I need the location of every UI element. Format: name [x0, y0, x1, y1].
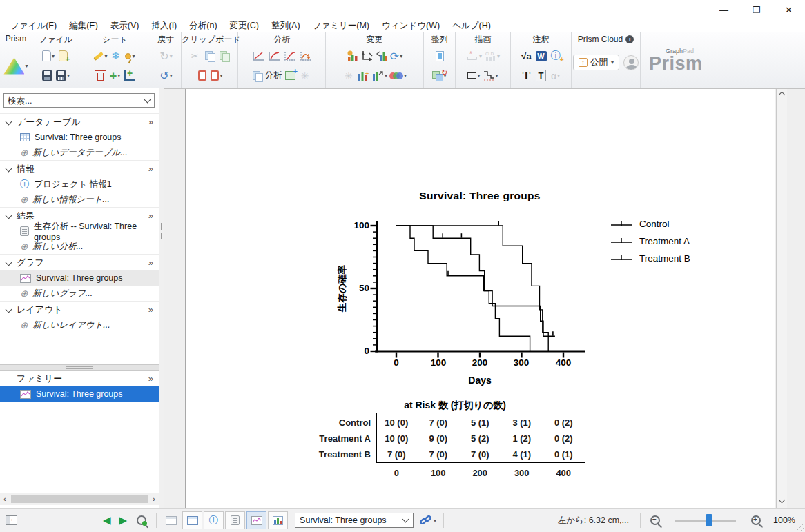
analysis-wizard-button[interactable]: ✳ — [299, 68, 311, 83]
zoom-slider-thumb[interactable] — [706, 514, 712, 526]
go-to-info-button[interactable]: ⓘ — [204, 511, 224, 529]
cld-button[interactable]: CLD▾ — [484, 48, 500, 63]
menu-file[interactable]: ファイル(F) — [4, 20, 63, 32]
sidebar-splitter[interactable] — [159, 88, 164, 508]
paste-special-button[interactable]: ▾ — [211, 68, 223, 83]
legend-entry-control[interactable]: Control — [610, 215, 690, 233]
new-graph-sheet-button[interactable] — [124, 68, 136, 83]
greek-letter-button[interactable]: α▾ — [550, 68, 562, 83]
sidebar-new-graph[interactable]: ⊕新しいグラフ... — [0, 286, 159, 301]
text-tool-button[interactable]: T — [521, 68, 533, 83]
section-more-icon[interactable]: » — [148, 304, 153, 315]
delete-sheet-button[interactable] — [95, 68, 107, 83]
canvas-vertical-scrollbar[interactable] — [776, 89, 787, 508]
section-header-graphs[interactable]: グラフ» — [0, 255, 159, 270]
analyze-button[interactable]: 分析 — [253, 68, 282, 83]
boxed-text-button[interactable]: T — [535, 68, 547, 83]
chevron-down-icon[interactable] — [144, 96, 151, 103]
significance-bracket-button[interactable]: *▾ — [466, 48, 482, 63]
section-more-icon[interactable]: » — [148, 210, 153, 221]
section-header-data-tables[interactable]: データテーブル» — [0, 114, 159, 130]
sigmoid-fit-button[interactable] — [283, 48, 297, 63]
search-sheets-button[interactable] — [137, 515, 146, 525]
menu-arrange[interactable]: 整列(A) — [265, 20, 307, 32]
back-button[interactable]: ◀ — [99, 514, 115, 526]
add-sheet-button[interactable]: +▾ — [109, 68, 122, 83]
change-wizard-button[interactable]: ✳ — [342, 68, 355, 83]
cloud-info-icon[interactable]: i — [625, 35, 634, 43]
menu-help[interactable]: ヘルプ(H) — [446, 20, 497, 32]
sidebar-new-data-table[interactable]: ⊕新しいデータテーブル... — [0, 145, 159, 160]
zoom-slider[interactable] — [675, 520, 736, 522]
go-to-layout-button[interactable] — [268, 511, 288, 529]
sidebar-new-info-sheet[interactable]: ⊕新しい情報シート... — [0, 192, 159, 207]
go-to-graph-button[interactable] — [246, 511, 266, 529]
section-header-info[interactable]: 情報» — [0, 161, 159, 177]
forward-button[interactable]: ▶ — [115, 514, 132, 526]
link-dropdown-icon[interactable]: ▾ — [434, 518, 436, 524]
zoom-in-button[interactable]: + — [751, 515, 761, 525]
sidebar-horizontal-scrollbar[interactable]: ‹ › — [0, 493, 159, 505]
arrange-objects-button[interactable]: ↻▾ — [432, 68, 446, 83]
graph-page[interactable]: Survival: Three groups 100 50 0 0 100 20… — [185, 89, 775, 508]
sheet-selector-dropdown[interactable]: Survival: Three groups — [295, 513, 414, 528]
new-sheet-button[interactable]: ▾ — [42, 48, 55, 63]
menu-change[interactable]: 変更(C) — [224, 20, 265, 32]
draw-shape-button[interactable]: ▾ — [467, 68, 480, 83]
search-input[interactable] — [4, 96, 145, 106]
section-more-icon[interactable]: » — [148, 373, 153, 384]
section-more-icon[interactable]: » — [148, 164, 153, 174]
minimize-button[interactable]: — — [708, 0, 740, 19]
menu-window[interactable]: ウィンドウ(W) — [376, 20, 446, 32]
add-info-button[interactable]: ⓘ — [550, 48, 562, 63]
save-as-button[interactable]: ▾ — [56, 68, 70, 83]
duplicate-button[interactable] — [218, 48, 231, 63]
area-under-curve-button[interactable] — [299, 48, 313, 63]
account-avatar[interactable] — [623, 55, 639, 70]
highlight-sheet-button[interactable]: ▾ — [93, 48, 107, 63]
add-data-to-graph-button[interactable]: + — [357, 68, 369, 83]
draw-step-line-button[interactable]: ▾ — [483, 68, 498, 83]
freeze-sheet-button[interactable]: ❄ — [110, 48, 122, 63]
swap-axes-button[interactable] — [361, 48, 374, 63]
legend-entry-treatment-b[interactable]: Treatment B — [610, 250, 690, 267]
sidebar-new-layout[interactable]: ⊕新しいレイアウト... — [0, 317, 159, 333]
interpolate-button[interactable] — [251, 48, 265, 63]
scroll-left-icon[interactable]: ‹ — [0, 495, 10, 503]
data-table-view-button[interactable] — [161, 511, 181, 529]
menu-family[interactable]: ファミリー(M) — [307, 20, 376, 32]
maximize-button[interactable]: ❒ — [740, 0, 773, 19]
family-header[interactable]: ファミリー» — [0, 371, 159, 386]
section-header-layouts[interactable]: レイアウト» — [0, 302, 159, 317]
open-file-button[interactable] — [57, 48, 69, 63]
paste-button[interactable] — [196, 68, 208, 83]
sidebar-item-graph-survival[interactable]: Survival: Three groups — [0, 270, 159, 286]
page-setup-button[interactable] — [434, 48, 446, 63]
link-sheets-icon[interactable] — [419, 514, 433, 526]
section-more-icon[interactable]: » — [148, 117, 153, 127]
equation-button[interactable]: √a — [521, 48, 533, 63]
go-to-results-button[interactable] — [225, 511, 245, 529]
change-graph-type-button[interactable] — [347, 48, 359, 63]
pin-sheet-button[interactable]: ▾ — [124, 48, 137, 63]
sheet-search-combobox[interactable] — [3, 93, 155, 108]
color-scheme-button[interactable]: ▾ — [389, 68, 407, 83]
scroll-right-icon[interactable]: › — [149, 495, 159, 503]
menu-view[interactable]: 表示(V) — [104, 20, 146, 32]
save-button[interactable] — [41, 68, 54, 83]
copy-button[interactable] — [204, 48, 216, 63]
publish-button[interactable]: ↑公開▾ — [573, 55, 619, 70]
zoom-out-button[interactable]: − — [650, 515, 660, 525]
export-graph-button[interactable]: ▾ — [371, 68, 387, 83]
scroll-up-icon[interactable] — [779, 92, 786, 99]
family-item-survival-graph[interactable]: Survival: Three groups — [0, 386, 159, 402]
cut-button[interactable]: ✂ — [189, 48, 202, 63]
menu-analyze[interactable]: 分析(n) — [183, 20, 223, 32]
scrollbar-thumb[interactable] — [11, 495, 148, 503]
nonlinear-fit-button[interactable] — [267, 48, 281, 63]
undo-button[interactable]: ↺▾ — [159, 68, 172, 83]
sidebar-item-data-table[interactable]: Survival: Three groups — [0, 130, 159, 145]
family-splitter[interactable] — [0, 364, 159, 371]
sidebar-item-project-info[interactable]: ⓘプロジェクト 情報1 — [0, 177, 159, 192]
toggle-navigator-button[interactable] — [6, 515, 17, 525]
